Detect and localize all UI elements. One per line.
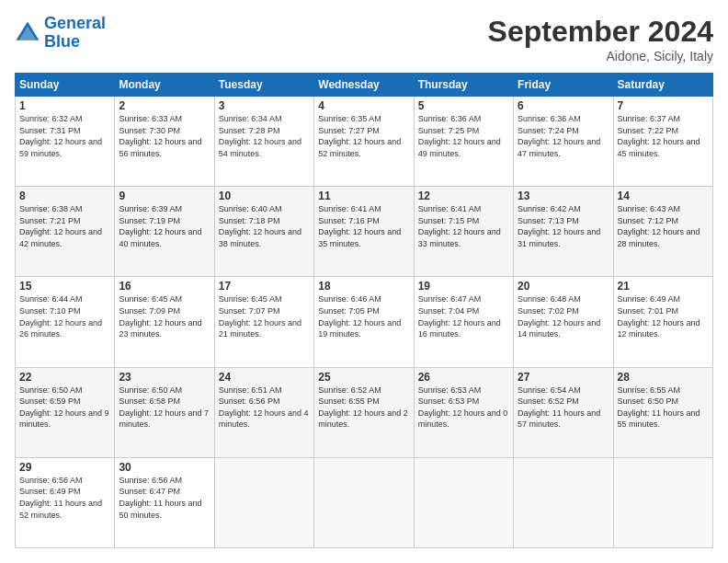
day-number: 11 [318,190,409,202]
calendar-week-row: 29Sunrise: 6:56 AMSunset: 6:49 PMDayligh… [16,457,713,547]
day-info: Sunrise: 6:36 AMSunset: 7:24 PMDaylight:… [518,113,609,159]
day-info: Sunrise: 6:45 AMSunset: 7:07 PMDaylight:… [219,293,310,339]
table-row: 11Sunrise: 6:41 AMSunset: 7:16 PMDayligh… [314,187,414,277]
calendar-header-row: Sunday Monday Tuesday Wednesday Thursday… [16,74,713,97]
calendar-table: Sunday Monday Tuesday Wednesday Thursday… [15,73,713,548]
day-number: 30 [119,461,210,474]
day-number: 4 [318,99,409,112]
header-tuesday: Tuesday [214,74,313,97]
calendar-week-row: 15Sunrise: 6:44 AMSunset: 7:10 PMDayligh… [16,277,713,367]
day-info: Sunrise: 6:41 AMSunset: 7:16 PMDaylight:… [318,203,409,249]
day-number: 7 [618,99,709,112]
day-info: Sunrise: 6:37 AMSunset: 7:22 PMDaylight:… [618,113,709,159]
day-info: Sunrise: 6:50 AMSunset: 6:59 PMDaylight:… [19,385,110,431]
day-number: 3 [219,99,310,112]
day-number: 18 [318,280,409,293]
calendar-week-row: 8Sunrise: 6:38 AMSunset: 7:21 PMDaylight… [16,187,713,277]
table-row: 28Sunrise: 6:55 AMSunset: 6:50 PMDayligh… [613,367,712,457]
logo-text: General Blue [44,15,106,52]
day-info: Sunrise: 6:52 AMSunset: 6:55 PMDaylight:… [318,385,409,431]
day-info: Sunrise: 6:36 AMSunset: 7:25 PMDaylight:… [418,113,509,159]
calendar-week-row: 1Sunrise: 6:32 AMSunset: 7:31 PMDaylight… [16,97,713,187]
day-number: 16 [119,280,210,293]
table-row: 22Sunrise: 6:50 AMSunset: 6:59 PMDayligh… [16,367,115,457]
header-wednesday: Wednesday [314,74,414,97]
day-number: 6 [518,99,609,112]
day-info: Sunrise: 6:56 AMSunset: 6:49 PMDaylight:… [19,475,110,521]
day-info: Sunrise: 6:34 AMSunset: 7:28 PMDaylight:… [219,113,310,159]
day-info: Sunrise: 6:40 AMSunset: 7:18 PMDaylight:… [219,203,310,249]
logo-icon [15,20,40,46]
day-info: Sunrise: 6:44 AMSunset: 7:10 PMDaylight:… [19,293,110,339]
table-row: 29Sunrise: 6:56 AMSunset: 6:49 PMDayligh… [16,457,115,547]
table-row: 12Sunrise: 6:41 AMSunset: 7:15 PMDayligh… [414,187,513,277]
header: General Blue September 2024 Aidone, Sici… [15,15,713,63]
page: General Blue September 2024 Aidone, Sici… [0,0,728,563]
day-info: Sunrise: 6:50 AMSunset: 6:58 PMDaylight:… [119,385,210,431]
day-number: 12 [418,190,509,202]
table-row: 18Sunrise: 6:46 AMSunset: 7:05 PMDayligh… [314,277,414,367]
table-row: 2Sunrise: 6:33 AMSunset: 7:30 PMDaylight… [115,97,214,187]
location-subtitle: Aidone, Sicily, Italy [488,49,713,63]
day-number: 23 [119,371,210,384]
day-info: Sunrise: 6:56 AMSunset: 6:47 PMDaylight:… [119,475,210,521]
day-info: Sunrise: 6:41 AMSunset: 7:15 PMDaylight:… [418,203,509,249]
table-row: 20Sunrise: 6:48 AMSunset: 7:02 PMDayligh… [514,277,613,367]
day-number: 15 [19,280,110,293]
table-row: 3Sunrise: 6:34 AMSunset: 7:28 PMDaylight… [214,97,313,187]
day-number: 8 [19,190,110,202]
logo: General Blue [15,15,106,52]
day-number: 17 [219,280,310,293]
table-row: 27Sunrise: 6:54 AMSunset: 6:52 PMDayligh… [514,367,613,457]
table-row [314,457,414,547]
day-number: 14 [618,190,709,202]
day-info: Sunrise: 6:35 AMSunset: 7:27 PMDaylight:… [318,113,409,159]
table-row: 21Sunrise: 6:49 AMSunset: 7:01 PMDayligh… [613,277,712,367]
day-info: Sunrise: 6:53 AMSunset: 6:53 PMDaylight:… [418,385,509,431]
day-number: 5 [418,99,509,112]
day-number: 10 [219,190,310,202]
header-monday: Monday [115,74,214,97]
day-number: 24 [219,371,310,384]
table-row: 19Sunrise: 6:47 AMSunset: 7:04 PMDayligh… [414,277,513,367]
table-row: 23Sunrise: 6:50 AMSunset: 6:58 PMDayligh… [115,367,214,457]
day-number: 21 [618,280,709,293]
table-row: 17Sunrise: 6:45 AMSunset: 7:07 PMDayligh… [214,277,313,367]
table-row: 5Sunrise: 6:36 AMSunset: 7:25 PMDaylight… [414,97,513,187]
table-row: 1Sunrise: 6:32 AMSunset: 7:31 PMDaylight… [16,97,115,187]
table-row [514,457,613,547]
day-info: Sunrise: 6:55 AMSunset: 6:50 PMDaylight:… [618,385,709,431]
table-row [214,457,313,547]
title-block: September 2024 Aidone, Sicily, Italy [488,15,713,63]
day-number: 9 [119,190,210,202]
table-row: 15Sunrise: 6:44 AMSunset: 7:10 PMDayligh… [16,277,115,367]
table-row: 14Sunrise: 6:43 AMSunset: 7:12 PMDayligh… [613,187,712,277]
table-row [613,457,712,547]
day-info: Sunrise: 6:45 AMSunset: 7:09 PMDaylight:… [119,293,210,339]
day-number: 2 [119,99,210,112]
day-number: 19 [418,280,509,293]
header-friday: Friday [514,74,613,97]
table-row: 25Sunrise: 6:52 AMSunset: 6:55 PMDayligh… [314,367,414,457]
calendar-week-row: 22Sunrise: 6:50 AMSunset: 6:59 PMDayligh… [16,367,713,457]
day-number: 13 [518,190,609,202]
day-info: Sunrise: 6:43 AMSunset: 7:12 PMDaylight:… [618,203,709,249]
day-info: Sunrise: 6:46 AMSunset: 7:05 PMDaylight:… [318,293,409,339]
day-number: 1 [19,99,110,112]
table-row: 6Sunrise: 6:36 AMSunset: 7:24 PMDaylight… [514,97,613,187]
day-info: Sunrise: 6:42 AMSunset: 7:13 PMDaylight:… [518,203,609,249]
table-row [414,457,513,547]
table-row: 16Sunrise: 6:45 AMSunset: 7:09 PMDayligh… [115,277,214,367]
day-info: Sunrise: 6:51 AMSunset: 6:56 PMDaylight:… [219,385,310,431]
day-number: 20 [518,280,609,293]
table-row: 9Sunrise: 6:39 AMSunset: 7:19 PMDaylight… [115,187,214,277]
day-info: Sunrise: 6:38 AMSunset: 7:21 PMDaylight:… [19,203,110,249]
day-info: Sunrise: 6:49 AMSunset: 7:01 PMDaylight:… [618,293,709,339]
table-row: 10Sunrise: 6:40 AMSunset: 7:18 PMDayligh… [214,187,313,277]
month-title: September 2024 [488,15,713,49]
day-info: Sunrise: 6:47 AMSunset: 7:04 PMDaylight:… [418,293,509,339]
day-info: Sunrise: 6:48 AMSunset: 7:02 PMDaylight:… [518,293,609,339]
table-row: 4Sunrise: 6:35 AMSunset: 7:27 PMDaylight… [314,97,414,187]
header-saturday: Saturday [613,74,712,97]
day-number: 22 [19,371,110,384]
